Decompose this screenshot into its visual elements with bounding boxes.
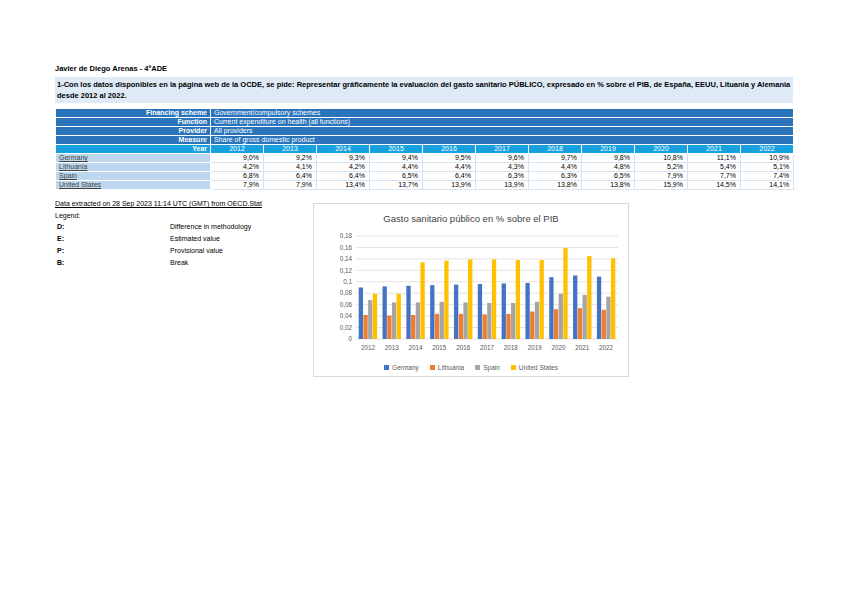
- value-cell: 6,4%: [317, 172, 370, 181]
- bar-germany-2021: [573, 275, 577, 339]
- bar-spain-2013: [392, 302, 396, 339]
- value-cell: 4,4%: [370, 163, 423, 172]
- bar-united-states-2021: [587, 256, 591, 339]
- value-cell: 7,4%: [741, 172, 794, 181]
- bar-united-states-2013: [397, 294, 401, 339]
- x-tick-label: 2022: [599, 344, 614, 351]
- table-row-lithuania: Lithuania 4,2% 4,1% 4,2% 4,4% 4,4% 4,3% …: [56, 163, 794, 172]
- legend-key-d: D:: [57, 222, 64, 231]
- x-tick-label: 2017: [480, 344, 495, 351]
- value-cell: 7,9%: [264, 181, 317, 190]
- value-cell: 4,4%: [529, 163, 582, 172]
- bar-spain-2012: [368, 300, 372, 339]
- y-tick-label: 0,18: [340, 232, 353, 239]
- value-cell: 4,1%: [264, 163, 317, 172]
- country-cell-united-states: United States: [56, 181, 211, 190]
- legend-label: Germany: [392, 364, 419, 371]
- legend-desc-e: Estimated value: [170, 234, 220, 243]
- year-cell-2013: 2013: [264, 145, 317, 154]
- value-cell: 11,1%: [688, 154, 741, 163]
- value-cell: 9,8%: [582, 154, 635, 163]
- bar-lithuania-2015: [435, 314, 439, 339]
- bar-lithuania-2018: [506, 314, 510, 339]
- year-cell-2017: 2017: [476, 145, 529, 154]
- y-tick-label: 0,06: [340, 301, 353, 308]
- value-cell: 10,9%: [741, 154, 794, 163]
- value-cell: 13,8%: [529, 181, 582, 190]
- x-tick-label: 2020: [551, 344, 566, 351]
- y-tick-label: 0,16: [340, 244, 353, 251]
- value-cell: 4,2%: [317, 163, 370, 172]
- value-cell: 5,1%: [741, 163, 794, 172]
- year-row-label: Year: [56, 145, 211, 154]
- x-tick-label: 2019: [528, 344, 543, 351]
- country-link-germany[interactable]: Germany: [59, 154, 88, 161]
- bar-spain-2022: [606, 297, 610, 339]
- legend-item-united-states: United States: [511, 364, 558, 371]
- country-link-lithuania[interactable]: Lithuania: [59, 163, 87, 170]
- bar-germany-2013: [383, 286, 387, 339]
- legend-swatch: [384, 365, 389, 370]
- bar-united-states-2012: [373, 294, 377, 339]
- legend-key-b: B:: [57, 258, 64, 267]
- chart-legend: GermanyLithuaniaSpainUnited States: [314, 364, 628, 371]
- value-cell: 6,4%: [264, 172, 317, 181]
- table-row-germany: Germany 9,0% 9,2% 9,3% 9,4% 9,5% 9,6% 9,…: [56, 154, 794, 163]
- meta-label-financing-scheme: Financing scheme: [56, 109, 211, 118]
- table-row-years: Year 2012 2013 2014 2015 2016 2017 2018 …: [56, 145, 794, 154]
- bar-lithuania-2012: [363, 315, 367, 339]
- bar-germany-2018: [502, 283, 506, 339]
- bar-germany-2014: [406, 286, 410, 339]
- year-cell-2014: 2014: [317, 145, 370, 154]
- bar-united-states-2019: [540, 260, 544, 339]
- bar-germany-2019: [525, 283, 529, 339]
- legend-label: Spain: [483, 364, 500, 371]
- meta-label-measure: Measure: [56, 136, 211, 145]
- author-line: Javier de Diego Arenas - 4ºADE: [55, 64, 167, 73]
- year-cell-2016: 2016: [423, 145, 476, 154]
- value-cell: 6,3%: [476, 172, 529, 181]
- country-link-spain[interactable]: Spain: [59, 172, 77, 179]
- value-cell: 13,9%: [423, 181, 476, 190]
- bar-lithuania-2019: [530, 312, 534, 339]
- legend-item-germany: Germany: [384, 364, 419, 371]
- value-cell: 13,4%: [317, 181, 370, 190]
- bar-united-states-2016: [468, 259, 472, 339]
- value-cell: 14,1%: [741, 181, 794, 190]
- value-cell: 13,9%: [476, 181, 529, 190]
- legend-desc-d: Difference in methodology: [170, 222, 251, 231]
- country-cell-germany: Germany: [56, 154, 211, 163]
- legend-title: Legend:: [55, 211, 80, 220]
- table-row-united-states: United States 7,9% 7,9% 13,4% 13,7% 13,9…: [56, 181, 794, 190]
- x-tick-label: 2018: [504, 344, 519, 351]
- y-tick-label: 0,08: [340, 289, 353, 296]
- legend-swatch: [430, 365, 435, 370]
- table-row-financing-scheme: Financing scheme Government/compulsory s…: [56, 109, 794, 118]
- bar-united-states-2018: [516, 260, 520, 339]
- y-tick-label: 0,04: [340, 312, 353, 319]
- bar-lithuania-2013: [387, 316, 391, 339]
- meta-value-measure: Share of gross domestic product: [211, 136, 794, 145]
- oecd-stat-extract-link[interactable]: Data extracted on 28 Sep 2023 11:14 UTC …: [55, 199, 262, 208]
- bar-germany-2022: [597, 277, 601, 339]
- exercise-instruction: 1-Con los datos disponibles en la página…: [55, 77, 793, 103]
- meta-value-provider: All providers: [211, 127, 794, 136]
- value-cell: 4,3%: [476, 163, 529, 172]
- x-tick-label: 2016: [456, 344, 471, 351]
- value-cell: 13,7%: [370, 181, 423, 190]
- value-cell: 4,2%: [211, 163, 264, 172]
- bar-united-states-2015: [444, 261, 448, 339]
- bar-united-states-2014: [420, 262, 424, 339]
- year-cell-2015: 2015: [370, 145, 423, 154]
- bar-chart-container: Gasto sanitario público en % sobre el PI…: [313, 203, 629, 377]
- oecd-data-table: Financing scheme Government/compulsory s…: [55, 108, 794, 190]
- bar-united-states-2022: [611, 258, 615, 339]
- country-link-united-states[interactable]: United States: [59, 181, 101, 188]
- value-cell: 9,5%: [423, 154, 476, 163]
- value-cell: 5,2%: [635, 163, 688, 172]
- bar-lithuania-2016: [459, 314, 463, 339]
- x-tick-label: 2015: [432, 344, 447, 351]
- table-row-provider: Provider All providers: [56, 127, 794, 136]
- meta-label-function: Function: [56, 118, 211, 127]
- bar-germany-2015: [430, 285, 434, 339]
